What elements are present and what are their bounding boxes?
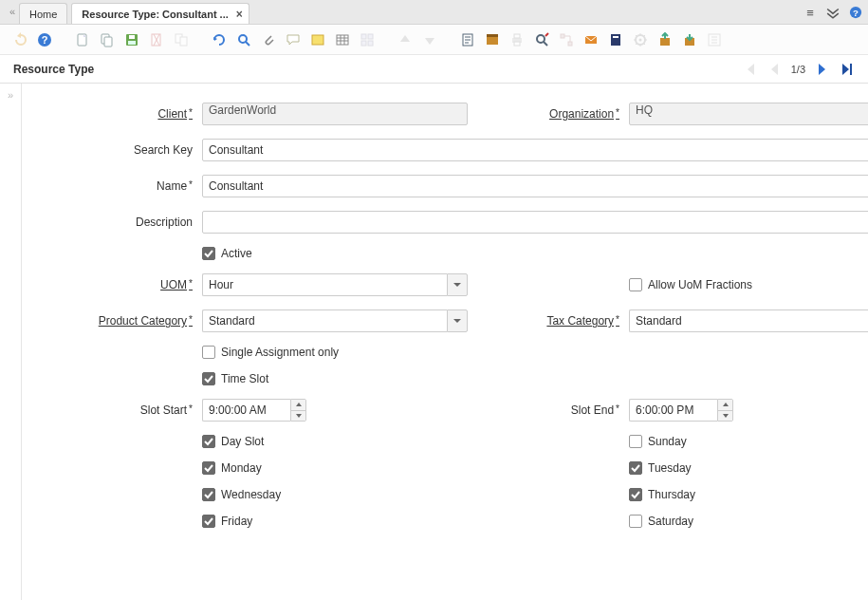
product-info-icon[interactable] (605, 29, 626, 50)
tab-strip: « Home Resource Type: Consultant ... × ≡… (0, 0, 868, 25)
tab-home[interactable]: Home (19, 3, 67, 24)
search-key-input[interactable] (202, 139, 868, 161)
report-icon[interactable] (457, 29, 478, 50)
svg-rect-25 (514, 42, 520, 46)
sunday-label: Sunday (648, 435, 687, 448)
label-slot-end: Slot End (477, 403, 619, 417)
uom-combo[interactable] (202, 273, 468, 296)
nav-last-icon[interactable] (840, 62, 855, 77)
slot-start-spinner[interactable] (202, 399, 306, 422)
toolbar-help-icon[interactable]: ? (34, 29, 55, 50)
note-icon[interactable] (307, 29, 328, 50)
page-title: Resource Type (13, 63, 94, 76)
parent-icon (395, 29, 416, 50)
tab-close-icon[interactable]: × (236, 9, 243, 20)
help-icon[interactable]: ? (849, 6, 862, 19)
workflow-icon (556, 29, 577, 50)
day-slot-label: Day Slot (221, 435, 264, 448)
toolbar: ? (0, 25, 868, 55)
label-name: Name (60, 179, 193, 193)
svg-text:?: ? (42, 34, 48, 46)
zoom-across-icon[interactable] (531, 29, 552, 50)
archive-icon[interactable] (482, 29, 503, 50)
time-slot-label: Time Slot (221, 372, 268, 385)
uom-input[interactable] (202, 273, 447, 296)
svg-rect-34 (660, 38, 670, 46)
form-body: Client GardenWorld Organization HQ Searc… (21, 84, 868, 600)
allow-fractions-label: Allow UoM Fractions (648, 278, 752, 291)
refresh-icon[interactable] (209, 29, 230, 50)
description-input[interactable] (202, 211, 868, 234)
time-slot-checkbox[interactable]: Time Slot (202, 372, 468, 385)
svg-rect-14 (312, 35, 323, 45)
tab-resource-type-label: Resource Type: Consultant ... (82, 9, 228, 20)
slot-start-input[interactable] (202, 399, 290, 422)
svg-rect-31 (613, 36, 619, 38)
menu-icon[interactable]: ≡ (803, 6, 817, 19)
label-client: Client (60, 107, 193, 121)
expand-down-icon[interactable] (826, 6, 840, 19)
svg-rect-8 (129, 35, 135, 39)
monday-label: Monday (221, 461, 262, 475)
attachment-icon[interactable] (258, 29, 279, 50)
monday-checkbox[interactable]: Monday (202, 461, 468, 475)
svg-rect-18 (361, 41, 366, 46)
svg-rect-15 (337, 35, 348, 45)
uom-dropdown-icon[interactable] (447, 273, 468, 296)
chat-icon[interactable] (283, 29, 304, 50)
allow-fractions-checkbox[interactable]: Allow UoM Fractions (629, 278, 868, 291)
label-search-key: Search Key (60, 143, 193, 157)
sunday-checkbox[interactable]: Sunday (629, 435, 868, 448)
export-icon[interactable] (655, 29, 675, 50)
request-icon[interactable] (581, 29, 601, 50)
tabstrip-scroll-left-icon: « (6, 0, 19, 24)
wednesday-label: Wednesday (221, 488, 281, 501)
copy-icon[interactable] (97, 29, 118, 50)
sidebar-collapse-handle[interactable]: » (0, 84, 21, 600)
nav-prev-icon (766, 62, 782, 77)
new-icon[interactable] (72, 29, 93, 50)
import-icon[interactable] (679, 29, 700, 50)
tab-resource-type[interactable]: Resource Type: Consultant ... × (71, 3, 249, 24)
product-category-dropdown-icon[interactable] (447, 309, 468, 332)
page-header: Resource Type 1/3 (0, 55, 868, 84)
slot-end-spinner[interactable] (629, 399, 733, 422)
thursday-checkbox[interactable]: Thursday (629, 488, 868, 501)
slot-end-input[interactable] (629, 399, 717, 422)
slot-start-up-icon[interactable] (291, 400, 305, 411)
svg-text:?: ? (853, 8, 859, 18)
day-slot-checkbox[interactable]: Day Slot (202, 435, 468, 448)
product-category-combo[interactable] (202, 309, 468, 332)
label-slot-start: Slot Start (60, 403, 193, 417)
svg-rect-12 (180, 37, 187, 46)
label-organization: Organization (477, 107, 619, 121)
label-description: Description (60, 216, 193, 229)
client-field: GardenWorld (202, 103, 468, 125)
friday-checkbox[interactable]: Friday (202, 515, 468, 528)
active-checkbox[interactable]: Active (202, 247, 468, 260)
svg-rect-16 (361, 34, 366, 39)
name-input[interactable] (202, 175, 868, 197)
slot-start-down-icon[interactable] (291, 411, 305, 422)
tax-category-combo[interactable] (629, 309, 868, 332)
save-icon[interactable] (121, 29, 142, 50)
find-icon[interactable] (233, 29, 254, 50)
nav-next-icon[interactable] (815, 62, 830, 77)
tax-category-input[interactable] (629, 309, 868, 332)
label-tax-category: Tax Category (477, 314, 619, 328)
tuesday-checkbox[interactable]: Tuesday (629, 461, 868, 475)
svg-point-33 (639, 38, 642, 41)
wednesday-checkbox[interactable]: Wednesday (202, 488, 468, 501)
detail-icon (419, 29, 440, 50)
process-icon (630, 29, 651, 50)
grid-toggle-icon[interactable] (332, 29, 353, 50)
slot-end-down-icon[interactable] (718, 411, 732, 422)
saturday-checkbox[interactable]: Saturday (629, 515, 868, 528)
delete-icon (146, 29, 167, 50)
svg-rect-30 (611, 34, 620, 46)
record-counter: 1/3 (791, 64, 805, 75)
svg-point-13 (239, 35, 247, 43)
single-assignment-checkbox[interactable]: Single Assignment only (202, 346, 468, 359)
product-category-input[interactable] (202, 309, 447, 332)
slot-end-up-icon[interactable] (718, 400, 732, 411)
